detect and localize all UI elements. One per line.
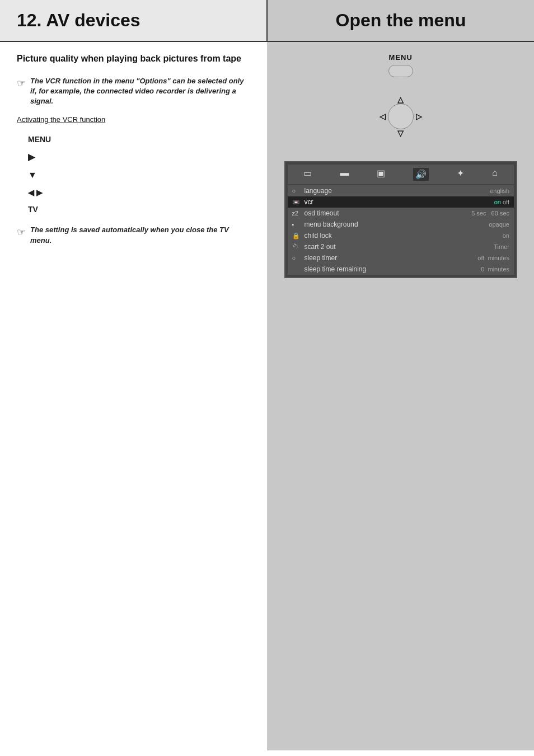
page-content: Picture quality when playing back pictur… xyxy=(0,42,534,750)
step-menu-label: MENU xyxy=(28,135,62,144)
vcr-value-on: on xyxy=(494,199,501,205)
section-title-left: 12. AV devices xyxy=(0,0,268,41)
tv-row-vcr: 📼 vcr on off xyxy=(288,196,514,208)
scart2-icon: 🔌 xyxy=(292,243,301,251)
note-text-1: The VCR function in the menu "Options" c… xyxy=(30,76,250,107)
step-right-arrow: ▶ xyxy=(28,152,50,162)
page-header: 12. AV devices Open the menu xyxy=(0,0,534,42)
nav-up-arrow: △ xyxy=(397,95,404,104)
nav-left-arrow: ◁ xyxy=(380,112,386,121)
language-label: language xyxy=(305,187,490,195)
sleep-timer-icon: ○ xyxy=(292,255,301,261)
step-right: ▶ xyxy=(28,152,250,162)
tv-row-child-lock: 🔒 child lock on xyxy=(288,230,514,241)
sleep-timer-label: sleep timer xyxy=(305,254,478,262)
note-icon-2: ☞ xyxy=(17,226,26,238)
menu-button-label: MENU xyxy=(389,53,413,62)
vcr-icon: 📼 xyxy=(292,199,301,206)
nav-down-arrow: ▽ xyxy=(397,129,404,138)
osd-value: 5 sec 60 sec xyxy=(471,210,509,217)
sleep-remaining-label: sleep time remaining xyxy=(305,265,481,273)
tab-icon-2: ▬ xyxy=(340,168,349,181)
sleep-remaining-value: 0 minutes xyxy=(481,266,509,273)
child-lock-value: on xyxy=(503,232,509,239)
chapter-title: 12. AV devices xyxy=(17,10,250,31)
step-tv: TV xyxy=(28,205,250,214)
tv-row-osd: z2 osd timeout 5 sec 60 sec xyxy=(288,208,514,219)
note-block-1: ☞ The VCR function in the menu "Options"… xyxy=(17,76,250,107)
menu-bg-value: opaque xyxy=(489,221,509,228)
subsection-title: Picture quality when playing back pictur… xyxy=(17,53,250,65)
nav-right-arrow: ▷ xyxy=(416,112,422,121)
vcr-label: vcr xyxy=(305,198,494,206)
vcr-value-off: off xyxy=(501,199,509,205)
step-lr: ◀ ▶ xyxy=(28,188,250,197)
step-menu: MENU xyxy=(28,135,250,144)
chapter-subtitle: Open the menu xyxy=(336,10,466,31)
tab-icon-6: ⌂ xyxy=(492,168,498,181)
tab-icon-4: 🔊 xyxy=(413,168,429,181)
right-column: MENU △ ◁ ▷ ▽ ▭ ▬ ▣ 🔊 ✦ ⌂ xyxy=(268,42,535,750)
tab-icon-1: ▭ xyxy=(303,168,312,181)
menu-bg-icon: ▪ xyxy=(292,221,301,228)
tab-icon-5: ✦ xyxy=(457,168,464,181)
tv-row-scart2: 🔌 scart 2 out Timer xyxy=(288,241,514,252)
section-title-right: Open the menu xyxy=(268,0,534,41)
nav-center-button[interactable] xyxy=(388,104,414,129)
tv-row-menu-bg: ▪ menu background opaque xyxy=(288,219,514,230)
language-icon: ○ xyxy=(292,187,301,194)
scart2-value: Timer xyxy=(494,243,509,250)
steps-block: MENU ▶ ▼ ◀ ▶ TV xyxy=(28,135,250,214)
step-tv-label: TV xyxy=(28,205,38,214)
sleep-timer-value: off minutes xyxy=(477,255,509,261)
step-down-arrow: ▼ xyxy=(28,170,50,180)
scart2-label: scart 2 out xyxy=(305,243,494,251)
step-down: ▼ xyxy=(28,170,250,180)
tv-row-sleep-remaining: sleep time remaining 0 minutes xyxy=(288,264,514,275)
child-lock-label: child lock xyxy=(305,232,503,240)
tv-menu-body: ○ language english 📼 vcr on off z2 osd t… xyxy=(288,185,514,275)
left-column: Picture quality when playing back pictur… xyxy=(0,42,268,750)
tab-icon-3: ▣ xyxy=(377,168,385,181)
osd-label: osd timeout xyxy=(305,209,472,217)
activating-vcr-link[interactable]: Activating the VCR function xyxy=(17,115,250,124)
menu-button[interactable] xyxy=(388,65,413,77)
menu-bg-label: menu background xyxy=(305,220,489,228)
note-text-2: The setting is saved automatically when … xyxy=(30,225,250,245)
tv-menu-screenshot: ▭ ▬ ▣ 🔊 ✦ ⌂ ○ language english 📼 vcr xyxy=(284,161,518,278)
child-lock-icon: 🔒 xyxy=(292,232,301,240)
osd-icon: z2 xyxy=(292,210,301,217)
note-icon-1: ☞ xyxy=(17,77,26,90)
tv-row-sleep-timer: ○ sleep timer off minutes xyxy=(288,252,514,264)
step-lr-arrows: ◀ ▶ xyxy=(28,188,50,197)
remote-diagram: MENU △ ◁ ▷ ▽ xyxy=(284,53,518,150)
tv-menu-tabs: ▭ ▬ ▣ 🔊 ✦ ⌂ xyxy=(288,165,514,184)
nav-cluster: △ ◁ ▷ ▽ xyxy=(378,94,423,139)
tv-row-language: ○ language english xyxy=(288,185,514,196)
note-block-2: ☞ The setting is saved automatically whe… xyxy=(17,225,250,245)
language-value: english xyxy=(490,187,509,194)
